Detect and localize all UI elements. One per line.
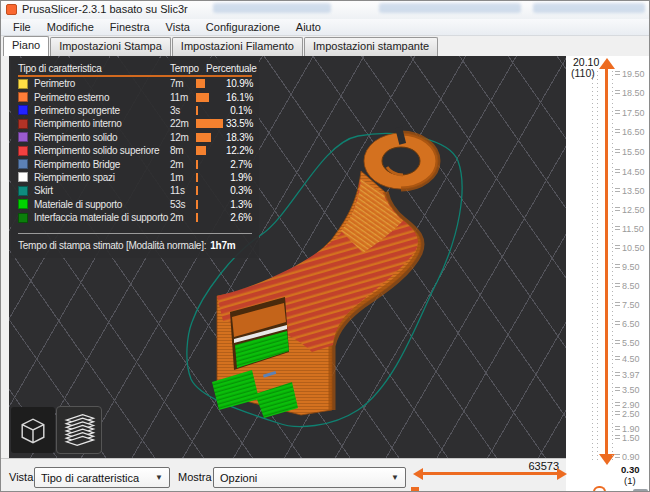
- tab-piano[interactable]: Piano: [3, 36, 49, 56]
- feature-percent: 2.6%: [226, 212, 252, 223]
- menu-aiuto[interactable]: Aiuto: [288, 19, 329, 35]
- legend-row: Skirt11s0.3%: [18, 184, 252, 197]
- layer-slider-bottom-height: 0.30: [621, 464, 640, 475]
- app-window: PrusaSlicer-2.3.1 basato su Slic3r FileM…: [0, 0, 650, 492]
- feature-time: 22m: [170, 118, 196, 129]
- feature-label: Riempimento solido superiore: [34, 145, 170, 156]
- percent-bar: [196, 200, 198, 209]
- feature-color-swatch: [18, 159, 28, 169]
- layer-height-tick: 13.50: [622, 186, 645, 196]
- tab-bar: PianoImpostazioni StampaImpostazioni Fil…: [1, 36, 649, 56]
- estimated-print-time-label: Tempo di stampa stimato [Modalità normal…: [18, 240, 206, 251]
- legend-col-percent: Percentuale: [206, 63, 257, 74]
- feature-color-swatch: [18, 186, 28, 196]
- bottom-bar: Vista Tipo di caratteristica ▼ Mostra Op…: [1, 458, 566, 492]
- layer-height-tick: 18.50: [622, 88, 645, 98]
- feature-label: Riempimento spazi: [34, 172, 170, 183]
- feature-percent: 12.2%: [226, 145, 253, 156]
- legend-row: Materiale di supporto53s1.3%: [18, 198, 252, 211]
- feature-color-swatch: [18, 199, 28, 209]
- move-slider-track[interactable]: [423, 472, 557, 475]
- layer-height-tick: 12.50: [622, 205, 645, 215]
- chevron-down-icon: ▼: [149, 473, 169, 482]
- lock-icon[interactable]: [593, 486, 606, 492]
- legend-row: Perimetro sporgente3s0.1%: [18, 104, 252, 117]
- menu-vista[interactable]: Vista: [158, 19, 198, 35]
- menu-finestra[interactable]: Finestra: [102, 19, 158, 35]
- layer-height-tick: 10.50: [622, 243, 645, 253]
- layer-slider-track[interactable]: [605, 69, 608, 454]
- background-window-artifact: [533, 3, 645, 13]
- percent-bar: [196, 106, 198, 115]
- feature-label: Riempimento Bridge: [34, 159, 170, 170]
- percent-bar: [196, 93, 209, 102]
- feature-time: 8m: [170, 145, 196, 156]
- move-slider-left-arrow[interactable]: [413, 468, 423, 480]
- feature-time: 7m: [170, 78, 196, 89]
- menu-bar: FileModificheFinestraVistaConfigurazione…: [1, 19, 649, 36]
- feature-label: Perimetro esterno: [34, 92, 170, 103]
- estimated-print-time-value: 1h7m: [210, 240, 235, 251]
- menu-modifiche[interactable]: Modifiche: [39, 19, 102, 35]
- feature-percent: 2.7%: [226, 159, 252, 170]
- feature-color-swatch: [18, 146, 28, 156]
- estimated-print-time: Tempo di stampa stimato [Modalità normal…: [18, 240, 252, 251]
- feature-label: Materiale di supporto: [34, 199, 170, 210]
- preview-view-button[interactable]: [57, 407, 101, 453]
- cube-icon: [15, 412, 51, 448]
- layer-height-tick: 4.50: [622, 354, 640, 364]
- chevron-down-icon: ▼: [385, 473, 405, 482]
- prusaslicer-logo-icon: [6, 4, 17, 15]
- layer-height-tick: 2.50: [622, 409, 640, 419]
- layer-height-tick: 8.50: [622, 281, 640, 291]
- move-slider-right-arrow[interactable]: [557, 468, 567, 480]
- layer-height-tick: 7.50: [622, 300, 640, 310]
- feature-color-swatch: [18, 105, 28, 115]
- percent-bar: [196, 133, 211, 142]
- legend-row: Riempimento Bridge2m2.7%: [18, 157, 252, 170]
- layers-icon: [59, 411, 99, 449]
- layer-height-tick: 5.50: [622, 338, 640, 348]
- feature-label: Perimetro sporgente: [34, 105, 170, 116]
- legend-row: Riempimento spazi1m1.9%: [18, 171, 252, 184]
- show-dropdown[interactable]: Opzioni ▼: [213, 467, 406, 488]
- layer-height-tick: 3.50: [622, 385, 640, 395]
- feature-time: 53s: [170, 199, 196, 210]
- feature-time: 2m: [170, 159, 196, 170]
- feature-percent: 0.3%: [226, 185, 252, 196]
- move-slider-value: 63573: [487, 460, 559, 472]
- feature-label: Skirt: [34, 185, 170, 196]
- layer-slider-bottom-index: (1): [624, 475, 636, 486]
- feature-time: 2m: [170, 212, 196, 223]
- menu-configurazione[interactable]: Configurazione: [198, 19, 288, 35]
- layer-slider-minor-ticks: [592, 71, 593, 463]
- feature-label: Riempimento interno: [34, 118, 170, 129]
- tab-impostazioni-filamento[interactable]: Impostazioni Filamento: [172, 37, 303, 56]
- feature-label: Interfaccia materiale di supporto: [34, 212, 170, 223]
- tab-impostazioni-stampa[interactable]: Impostazioni Stampa: [50, 37, 171, 56]
- feature-label: Riempimento solido: [34, 132, 170, 143]
- background-window-artifact: [213, 3, 331, 13]
- layer-height-tick: 6.50: [622, 319, 640, 329]
- layer-height-tick: 9.50: [622, 262, 640, 272]
- layer-slider-minor-ticks: [597, 71, 598, 463]
- legend-row: Perimetro7m10.9%: [18, 77, 252, 90]
- legend-row: Perimetro esterno11m16.1%: [18, 90, 252, 103]
- legend-row: Riempimento solido superiore8m12.2%: [18, 144, 252, 157]
- layer-slider-upper-thumb[interactable]: [599, 58, 615, 69]
- layer-slider-minor-ticks: [612, 71, 613, 463]
- 3d-editor-view-button[interactable]: [11, 407, 55, 453]
- menu-file[interactable]: File: [5, 19, 39, 35]
- percent-bar: [196, 119, 223, 128]
- layer-height-tick: 14.50: [622, 167, 645, 177]
- 3d-viewport[interactable]: Tipo di caratteristica Tempo Percentuale…: [9, 56, 566, 458]
- view-dropdown[interactable]: Tipo di caratteristica ▼: [34, 467, 170, 488]
- legend-row: Riempimento solido12m18.3%: [18, 131, 252, 144]
- tab-impostazioni-stampante[interactable]: Impostazioni stampante: [304, 37, 438, 56]
- feature-time: 11s: [170, 185, 196, 196]
- legend-row: Interfaccia materiale di supporto2m2.6%: [18, 211, 252, 224]
- legend-row: Riempimento interno22m33.5%: [18, 117, 252, 130]
- percent-bar: [196, 173, 198, 182]
- layer-slider-panel: 20.10 (110) 19.5018.5017.5016.5015.5014.…: [566, 56, 650, 492]
- legend-panel: Tipo di caratteristica Tempo Percentuale…: [11, 58, 259, 258]
